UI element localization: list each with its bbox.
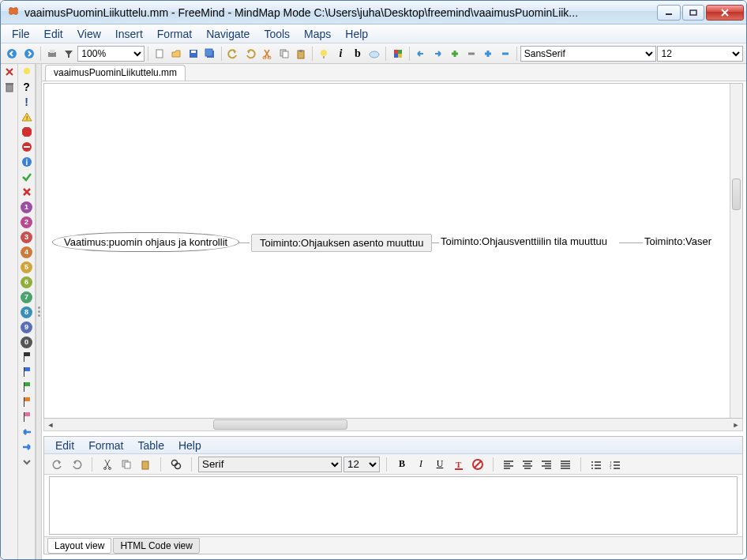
flag-green-icon[interactable] <box>21 381 33 393</box>
priority-0-icon[interactable]: 0 <box>21 336 33 348</box>
priority-3-icon[interactable]: 3 <box>21 231 33 243</box>
editor-undo-icon[interactable] <box>49 456 66 473</box>
cloud-icon[interactable] <box>366 45 382 62</box>
editor-align-right-icon[interactable] <box>538 456 555 473</box>
chevron-down-icon[interactable] <box>21 456 33 468</box>
mindmap-node-1[interactable]: Toiminto:Ohjauksen asento muuttuu <box>251 234 432 252</box>
editor-align-justify-icon[interactable] <box>557 456 574 473</box>
menu-help[interactable]: Help <box>339 26 374 42</box>
minimize-button[interactable] <box>657 5 681 21</box>
font-size-select[interactable]: 12 <box>657 46 743 62</box>
editor-menu-help[interactable]: Help <box>172 438 208 453</box>
editor-underline-icon[interactable]: U <box>431 456 449 473</box>
editor-tab-html[interactable]: HTML Code view <box>113 538 200 554</box>
info-icon[interactable]: i <box>21 156 33 168</box>
editor-copy-icon[interactable] <box>118 456 135 473</box>
close-button[interactable] <box>706 5 744 21</box>
mindmap-node-3[interactable]: Toiminto:Vaser <box>644 235 711 247</box>
menu-view[interactable]: View <box>71 26 107 42</box>
priority-4-icon[interactable]: 4 <box>21 246 33 258</box>
document-tab-active[interactable]: vaaimusPuominLiikuttelu.mm <box>45 65 186 81</box>
cut-icon[interactable] <box>259 45 275 62</box>
panel-grip[interactable] <box>36 64 42 559</box>
menu-maps[interactable]: Maps <box>298 26 337 42</box>
editor-italic-icon[interactable]: I <box>412 456 430 473</box>
editor-cut-icon[interactable] <box>99 456 116 473</box>
warning-icon[interactable]: ! <box>21 111 33 123</box>
arrow-right-icon[interactable] <box>430 45 445 62</box>
remove-icon[interactable] <box>3 66 16 78</box>
editor-bold-icon[interactable]: B <box>393 456 411 473</box>
flag-blue-icon[interactable] <box>21 366 33 378</box>
hscroll-left-arrow[interactable]: ◄ <box>44 419 57 430</box>
priority-9-icon[interactable]: 9 <box>21 321 33 333</box>
idea-icon[interactable] <box>316 45 332 62</box>
print-icon[interactable] <box>44 45 60 62</box>
editor-textcolor-icon[interactable]: T <box>450 456 467 473</box>
exclaim-icon[interactable]: ! <box>21 96 33 108</box>
italic-icon[interactable]: i <box>332 45 348 62</box>
editor-tab-layout[interactable]: Layout view <box>47 538 111 554</box>
editor-list-ol-icon[interactable]: 123 <box>606 456 624 473</box>
editor-align-left-icon[interactable] <box>500 456 517 473</box>
bold-icon[interactable]: b <box>350 45 366 62</box>
editor-clear-format-icon[interactable] <box>469 456 486 473</box>
bulb-icon[interactable] <box>21 66 33 78</box>
stop-icon[interactable] <box>21 126 33 138</box>
zoom-select[interactable]: 100% <box>77 46 145 62</box>
hscroll-right-arrow[interactable]: ► <box>730 419 742 430</box>
flag-orange-icon[interactable] <box>21 396 33 408</box>
editor-font-select[interactable]: Serif <box>198 457 342 472</box>
horizontal-scrollbar[interactable]: ◄ ► <box>43 419 743 431</box>
paste-icon[interactable] <box>293 45 309 62</box>
undo-icon[interactable] <box>225 45 241 62</box>
editor-size-select[interactable]: 12 <box>343 457 380 472</box>
not-ok-icon[interactable] <box>21 186 33 198</box>
copy-icon[interactable] <box>276 45 291 62</box>
menu-navigate[interactable]: Navigate <box>200 26 256 42</box>
new-file-icon[interactable] <box>152 45 167 62</box>
maximize-button[interactable] <box>682 5 704 21</box>
mindmap-root-node[interactable]: Vaatimus:puomin ohjaus ja kontrollit <box>52 232 239 252</box>
menu-file[interactable]: File <box>6 26 36 42</box>
mindmap-canvas[interactable]: Vaatimus:puomin ohjaus ja kontrollit Toi… <box>43 83 743 419</box>
font-family-select[interactable]: SansSerif <box>520 46 657 62</box>
editor-menu-table[interactable]: Table <box>131 438 170 453</box>
menu-format[interactable]: Format <box>151 26 198 42</box>
nav-forward-icon[interactable] <box>21 45 36 62</box>
priority-8-icon[interactable]: 8 <box>21 306 33 318</box>
menu-tools[interactable]: Tools <box>257 26 296 42</box>
vertical-scrollbar[interactable] <box>730 84 742 418</box>
arrow-right-blue-icon[interactable] <box>21 441 33 453</box>
ok-icon[interactable] <box>21 171 33 183</box>
editor-menu-edit[interactable]: Edit <box>49 438 81 453</box>
editor-textarea[interactable] <box>49 476 738 535</box>
add-node-icon[interactable] <box>446 45 462 62</box>
editor-redo-icon[interactable] <box>68 456 85 473</box>
mindmap-node-2[interactable]: Toiminto:Ohjausventtiilin tila muuttuu <box>441 235 607 247</box>
menu-edit[interactable]: Edit <box>38 26 69 42</box>
no-entry-icon[interactable] <box>21 141 33 153</box>
redo-icon[interactable] <box>242 45 258 62</box>
remove-node-icon[interactable] <box>464 45 479 62</box>
save-all-icon[interactable] <box>202 45 218 62</box>
nav-back-icon[interactable] <box>4 45 20 62</box>
arrow-left-icon[interactable] <box>413 45 429 62</box>
flag-black-icon[interactable] <box>21 351 33 363</box>
editor-menu-format[interactable]: Format <box>82 438 130 453</box>
open-file-icon[interactable] <box>168 45 184 62</box>
editor-align-center-icon[interactable] <box>519 456 536 473</box>
priority-7-icon[interactable]: 7 <box>21 291 33 303</box>
save-icon[interactable] <box>186 45 201 62</box>
menu-insert[interactable]: Insert <box>109 26 149 42</box>
trash-icon[interactable] <box>3 81 16 93</box>
add-child-icon[interactable] <box>480 45 496 62</box>
priority-2-icon[interactable]: 2 <box>21 216 33 228</box>
filter-icon[interactable] <box>61 45 77 62</box>
priority-1-icon[interactable]: 1 <box>21 201 33 213</box>
color-icon[interactable] <box>389 45 405 62</box>
remove-child-icon[interactable] <box>497 45 512 62</box>
editor-find-icon[interactable] <box>167 456 185 473</box>
editor-paste-icon[interactable] <box>137 456 154 473</box>
priority-5-icon[interactable]: 5 <box>21 261 33 273</box>
